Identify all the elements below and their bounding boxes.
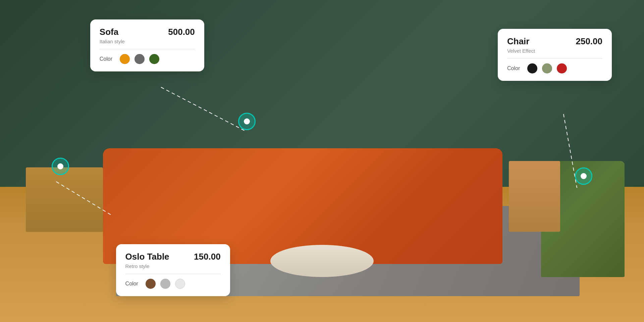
scene: Sofa 500.00 Italian style Color Chair 25…: [0, 0, 644, 322]
side-table-left: [26, 167, 103, 232]
table-color-label: Color: [125, 281, 138, 287]
table-color-2[interactable]: [160, 279, 170, 289]
sofa-color-3[interactable]: [149, 54, 159, 64]
chair-color-2[interactable]: [542, 63, 552, 73]
table-color-3[interactable]: [175, 279, 185, 289]
chair-color-3[interactable]: [557, 63, 567, 73]
hotspot-sofa[interactable]: [238, 113, 256, 130]
table-subtitle: Retro style: [125, 263, 221, 269]
chair-color-row: Color: [507, 63, 602, 73]
card-table-header: Oslo Table 150.00: [125, 252, 221, 262]
side-table-right: [509, 161, 560, 232]
chair-color-label: Color: [507, 65, 520, 71]
chair-subtitle: Velvet Effect: [507, 48, 602, 54]
table-color-row: Color: [125, 279, 221, 289]
table-color-1[interactable]: [146, 279, 156, 289]
sofa-color-label: Color: [100, 56, 112, 62]
chair-divider: [507, 58, 602, 59]
sofa-name: Sofa: [100, 27, 118, 37]
card-sofa: Sofa 500.00 Italian style Color: [90, 19, 204, 71]
sofa-subtitle: Italian style: [100, 39, 195, 44]
table-name: Oslo Table: [125, 252, 169, 262]
sofa-color-1[interactable]: [120, 54, 130, 64]
table-divider: [125, 274, 221, 274]
card-table: Oslo Table 150.00 Retro style Color: [116, 244, 230, 296]
hotspot-table[interactable]: [52, 158, 69, 175]
table-price: 150.00: [194, 252, 221, 262]
card-sofa-header: Sofa 500.00: [100, 27, 195, 37]
sofa-color-row: Color: [100, 54, 195, 64]
chair-price: 250.00: [576, 36, 602, 47]
sofa-price: 500.00: [168, 27, 195, 37]
sofa-color-2[interactable]: [135, 54, 145, 64]
card-chair: Chair 250.00 Velvet Effect Color: [498, 29, 612, 81]
chair-name: Chair: [507, 36, 529, 47]
sofa-divider: [100, 49, 195, 49]
chair-color-1[interactable]: [527, 63, 537, 73]
card-chair-header: Chair 250.00: [507, 36, 602, 47]
coffee-table: [270, 245, 373, 277]
